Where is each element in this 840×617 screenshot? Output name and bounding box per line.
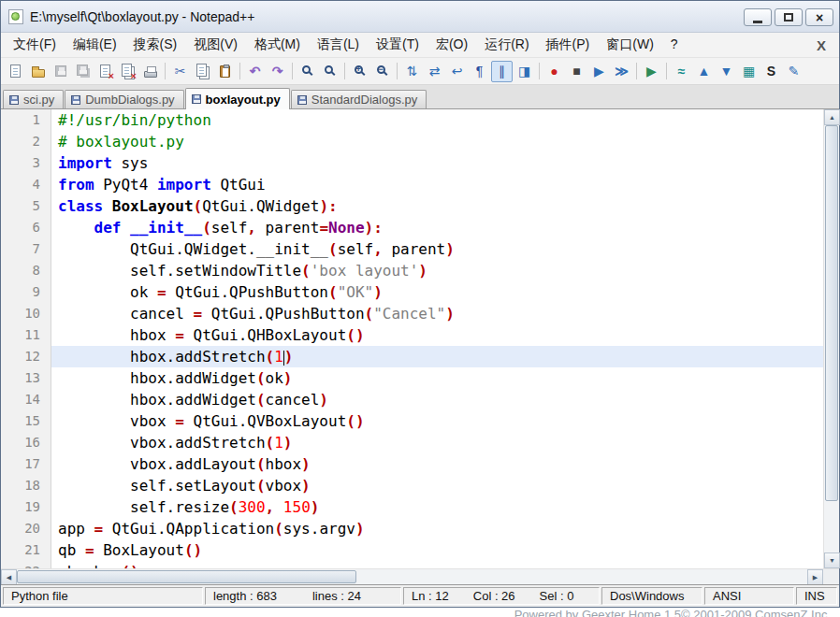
plugin-pen-button[interactable]: ✎ — [783, 61, 804, 82]
tab-label: sci.py — [23, 93, 54, 107]
menu-item-format[interactable]: 格式(M) — [246, 33, 309, 57]
menu-item-search[interactable]: 搜索(S) — [125, 33, 186, 57]
code-token: from — [58, 176, 94, 194]
user-defined-dialog-button[interactable]: ◨ — [514, 61, 535, 82]
redo-icon: ↷ — [272, 65, 283, 78]
show-indent-guide-button[interactable]: ∥ — [491, 61, 513, 82]
tab-DumbDialogs.py[interactable]: DumbDialogs.py — [65, 90, 183, 108]
horizontal-scroll-track[interactable] — [17, 569, 807, 584]
code-line[interactable]: hbox = QtGui.QHBoxLayout() — [51, 324, 823, 346]
menu-item-help[interactable]: ? — [662, 33, 687, 57]
code-token: ) — [283, 434, 293, 452]
macro-play-button[interactable]: ▶ — [588, 61, 610, 82]
word-wrap-button[interactable]: ↩ — [446, 61, 468, 82]
notepadpp-app-icon[interactable] — [8, 9, 23, 24]
close-button[interactable]: × — [805, 8, 833, 26]
menu-item-window[interactable]: 窗口(W) — [598, 33, 662, 57]
plugin-grid-button[interactable]: ▦ — [738, 61, 760, 82]
titlebar[interactable]: E:\myself\Qt\boxlayout.py - Notepad++ × — [1, 1, 839, 33]
menu-item-macro[interactable]: 宏(O) — [427, 33, 476, 57]
cut-button[interactable]: ✂ — [169, 61, 191, 82]
code-line[interactable]: from PyQt4 import QtGui — [51, 174, 823, 195]
sync-horizontal-scroll-button[interactable]: ⇄ — [424, 61, 445, 82]
code-line[interactable]: vbox.addStretch(1) — [51, 432, 823, 453]
code-line[interactable]: cancel = QtGui.QPushButton("Cancel") — [51, 303, 823, 324]
code-line[interactable]: vbox = QtGui.QVBoxLayout() — [51, 410, 823, 432]
menu-item-file[interactable]: 文件(F) — [5, 33, 65, 57]
code-line[interactable]: class BoxLayout(QtGui.QWidget): — [51, 195, 823, 217]
code-line[interactable]: import sys — [51, 152, 823, 174]
vertical-scroll-track[interactable] — [824, 125, 839, 552]
code-token: 1 — [274, 434, 283, 452]
find-button[interactable] — [297, 61, 318, 82]
plugin-s-button[interactable]: S — [760, 61, 782, 82]
sync-vertical-scroll-button[interactable]: ⇅ — [401, 61, 423, 82]
paste-icon — [220, 65, 230, 78]
code-line[interactable]: def __init__(self, parent=None): — [51, 217, 823, 238]
horizontal-scroll-thumb[interactable] — [17, 570, 356, 583]
run-button[interactable]: ▶ — [641, 61, 662, 82]
zoom-out-button[interactable] — [371, 61, 393, 82]
zoom-in-button[interactable] — [349, 61, 370, 82]
redo-button[interactable]: ↷ — [267, 61, 288, 82]
undo-button[interactable]: ↶ — [244, 61, 266, 82]
code-line[interactable]: self.setWindowTitle('box layout') — [51, 260, 823, 281]
print-button[interactable] — [139, 61, 161, 82]
vertical-scrollbar[interactable]: ▲ ▼ — [823, 109, 839, 568]
close-all-button[interactable]: × — [117, 61, 138, 82]
code-line[interactable]: #!/usr/bin/python — [51, 109, 823, 131]
code-line[interactable]: # boxlayout.py — [51, 131, 823, 152]
code-line[interactable]: hbox.addStretch(1) — [51, 346, 823, 367]
code-token: sys — [112, 154, 149, 172]
menu-item-language[interactable]: 语言(L) — [309, 33, 368, 57]
code-line[interactable]: qb = BoxLayout() — [51, 539, 823, 561]
plugin-zigzag-button[interactable]: ≈ — [671, 61, 692, 82]
code-line[interactable]: qb.show() — [51, 561, 823, 568]
replace-icon — [325, 65, 333, 74]
vertical-scroll-thumb[interactable] — [825, 125, 838, 501]
code-line[interactable]: ok = QtGui.QPushButton("OK") — [51, 281, 823, 303]
replace-button[interactable] — [319, 61, 340, 82]
scroll-right-button[interactable]: ▶ — [807, 569, 823, 585]
plugin-triangle-up-button[interactable]: ▲ — [693, 61, 715, 82]
save-all-button[interactable] — [72, 61, 94, 82]
menu-item-edit[interactable]: 编辑(E) — [65, 33, 125, 57]
macro-stop-button[interactable]: ■ — [566, 61, 587, 82]
scroll-up-button[interactable]: ▲ — [824, 109, 840, 125]
close-file-button[interactable]: × — [94, 61, 116, 82]
plugin-triangle-down-button[interactable]: ▼ — [716, 61, 737, 82]
horizontal-scrollbar[interactable]: ◀ ▶ — [1, 568, 839, 584]
save-file-button[interactable] — [50, 61, 71, 82]
minimize-button[interactable] — [744, 8, 772, 26]
macro-run-multiple-button[interactable]: ≫ — [611, 61, 632, 82]
menu-item-plugins[interactable]: 插件(P) — [538, 33, 599, 57]
code-line[interactable]: vbox.addLayout(hbox) — [51, 453, 823, 475]
tab-boxlayout.py[interactable]: boxlayout.py — [185, 88, 290, 109]
code-line[interactable]: QtGui.QWidget.__init__(self, parent) — [51, 238, 823, 260]
editor-text-area[interactable]: 1#!/usr/bin/python2# boxlayout.py3import… — [1, 109, 823, 568]
code-line[interactable]: hbox.addWidget(ok) — [51, 367, 823, 389]
tab-sci.py[interactable]: sci.py — [3, 90, 64, 108]
menu-item-view[interactable]: 视图(V) — [185, 33, 246, 57]
code-line[interactable]: self.resize(300, 150) — [51, 496, 823, 518]
menu-item-settings[interactable]: 设置(T) — [368, 33, 427, 57]
macro-record-button[interactable]: ● — [543, 61, 565, 82]
open-file-button[interactable] — [27, 61, 49, 82]
tab-StandardDialogs.py[interactable]: StandardDialogs.py — [291, 90, 427, 108]
find-icon — [302, 65, 311, 74]
paste-button[interactable] — [214, 61, 236, 82]
new-file-button[interactable] — [5, 61, 26, 82]
menu-item-run[interactable]: 运行(R) — [476, 33, 537, 57]
editor-line: 5class BoxLayout(QtGui.QWidget): — [1, 195, 823, 217]
maximize-button[interactable] — [775, 8, 803, 26]
code-line[interactable]: self.setLayout(vbox) — [51, 475, 823, 496]
editor-line: 12 hbox.addStretch(1) — [1, 346, 823, 367]
code-line[interactable]: hbox.addWidget(cancel) — [51, 389, 823, 410]
scroll-left-button[interactable]: ◀ — [1, 569, 17, 585]
scroll-down-button[interactable]: ▼ — [824, 552, 840, 568]
copy-button[interactable] — [192, 61, 213, 82]
menubar-close-document-button[interactable]: X — [807, 37, 835, 53]
code-line[interactable]: app = QtGui.QApplication(sys.argv) — [51, 518, 823, 539]
line-number: 5 — [1, 195, 51, 217]
show-all-characters-button[interactable]: ¶ — [469, 61, 490, 82]
